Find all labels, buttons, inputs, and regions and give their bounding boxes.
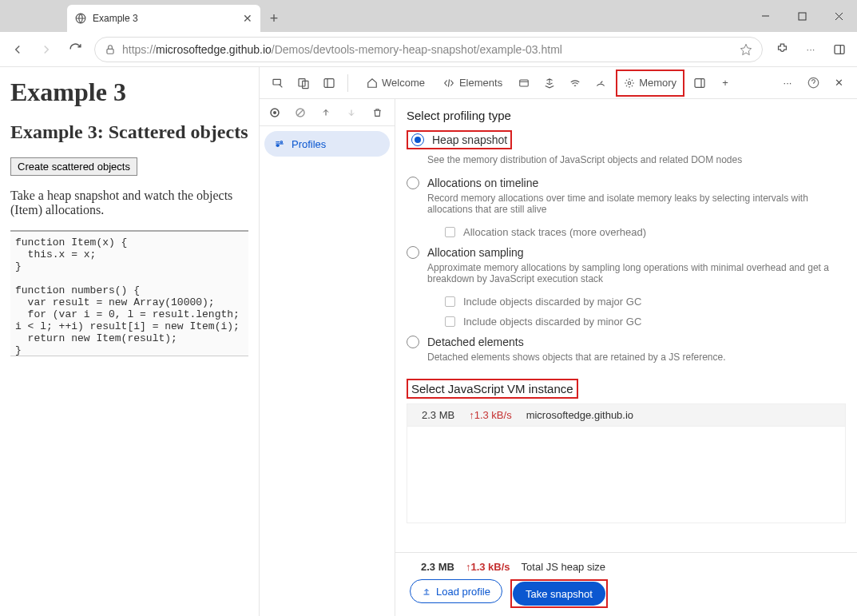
tab-title: Example 3 (93, 13, 138, 24)
window-controls (747, 0, 857, 32)
lock-icon (105, 44, 116, 55)
memory-footer: 2.3 MB ↑1.3 kB/s Total JS heap size Load… (395, 552, 857, 616)
titlebar: Example 3 ✕ + (0, 0, 857, 32)
memory-sidebar: Profiles (260, 99, 395, 616)
chk-major-gc[interactable]: Include objects discarded by major GC (445, 296, 846, 308)
browser-tab[interactable]: Example 3 ✕ (67, 5, 260, 32)
memory-main: Select profiling type Heap snapshot See … (395, 99, 857, 616)
tab-elements[interactable]: Elements (436, 72, 509, 94)
svg-rect-8 (273, 79, 280, 85)
activity-bar-icon[interactable] (689, 73, 710, 93)
refresh-button[interactable] (65, 40, 85, 59)
page-subheading: Example 3: Scattered objects (10, 121, 248, 143)
globe-icon (75, 13, 86, 24)
dock-side-icon[interactable] (319, 73, 339, 93)
devtools-panel: Welcome Elements Memory + ··· ✕ (260, 67, 857, 616)
radio-allocations-timeline[interactable]: Allocations on timeline (407, 177, 846, 189)
radio-detached-elements[interactable]: Detached elements (407, 336, 846, 348)
timeline-desc: Record memory allocations over time and … (427, 193, 846, 215)
vm-instance-row[interactable]: 2.3 MB ↑1.3 kB/s microsoftedge.github.io (407, 404, 845, 427)
svg-point-26 (280, 141, 282, 143)
sidebar-item-profiles[interactable]: Profiles (264, 131, 390, 157)
tab-memory[interactable]: Memory (616, 70, 684, 97)
take-snapshot-button[interactable]: Take snapshot (513, 582, 605, 606)
favorite-icon[interactable] (740, 43, 752, 56)
footer-label: Total JS heap size (522, 561, 606, 573)
radio-allocation-sampling[interactable]: Allocation sampling (407, 246, 846, 259)
svg-rect-16 (695, 78, 704, 87)
delete-icon[interactable] (370, 105, 384, 120)
chk-stack-traces[interactable]: Allocation stack traces (more overhead) (445, 226, 846, 238)
address-bar-row: https://microsoftedge.github.io/Demos/de… (0, 32, 857, 67)
svg-rect-13 (520, 79, 529, 85)
tab-performance[interactable] (590, 73, 611, 93)
more-tabs-button[interactable]: + (715, 73, 736, 93)
maximize-button[interactable] (784, 0, 820, 32)
page-heading: Example 3 (10, 77, 248, 107)
svg-point-20 (273, 111, 276, 114)
footer-size: 2.3 MB (421, 561, 454, 573)
close-devtools-icon[interactable]: ✕ (828, 73, 849, 93)
radio-heap-snapshot[interactable]: Heap snapshot (411, 133, 507, 146)
device-emulation-icon[interactable] (293, 73, 314, 93)
page-paragraph: Take a heap snapshot and watch the objec… (10, 189, 248, 217)
clear-icon[interactable] (293, 105, 307, 120)
tab-network[interactable] (565, 73, 585, 93)
record-icon[interactable] (268, 105, 282, 120)
tab-application[interactable] (514, 73, 534, 93)
detached-desc: Detached elements shows objects that are… (427, 352, 846, 363)
create-objects-button[interactable]: Create scattered objects (10, 157, 137, 176)
forward-button (37, 40, 56, 59)
page-content: Example 3 Example 3: Scattered objects C… (0, 67, 260, 616)
vm-rate: ↑1.3 kB/s (469, 409, 511, 421)
import-icon (344, 105, 359, 120)
url-text: https://microsoftedge.github.io/Demos/de… (122, 43, 733, 56)
close-window-button[interactable] (820, 0, 857, 32)
vm-instance-heading: Select JavaScript VM instance (411, 382, 573, 395)
help-icon[interactable] (803, 73, 823, 93)
svg-rect-2 (799, 13, 806, 20)
devtools-tabbar: Welcome Elements Memory + ··· ✕ (260, 67, 857, 99)
vm-size: 2.3 MB (422, 409, 454, 421)
profiling-type-heading: Select profiling type (407, 109, 846, 122)
extensions-button[interactable] (772, 40, 792, 59)
profiles-label: Profiles (292, 138, 326, 150)
minimize-button[interactable] (747, 0, 784, 32)
footer-rate: ↑1.3 kB/s (466, 561, 510, 573)
close-tab-icon[interactable]: ✕ (243, 12, 252, 25)
devtools-more-icon[interactable]: ··· (777, 73, 798, 93)
profiles-toolbar (260, 99, 395, 126)
tab-welcome[interactable]: Welcome (360, 72, 431, 94)
sidebar-toggle-button[interactable] (830, 40, 849, 59)
svg-rect-5 (107, 49, 113, 54)
heap-snapshot-desc: See the memory distribution of JavaScrip… (427, 154, 846, 165)
svg-rect-9 (299, 78, 305, 85)
vm-host: microsoftedge.github.io (526, 409, 633, 421)
export-icon[interactable] (319, 105, 333, 120)
svg-line-22 (297, 109, 304, 116)
svg-rect-6 (835, 45, 844, 54)
inspect-icon[interactable] (268, 73, 288, 93)
vm-instance-list: 2.3 MB ↑1.3 kB/s microsoftedge.github.io (407, 403, 846, 523)
sampling-desc: Approximate memory allocations by sampli… (427, 262, 846, 284)
new-tab-button[interactable]: + (260, 5, 288, 32)
more-button[interactable]: ··· (801, 40, 820, 59)
load-profile-button[interactable]: Load profile (410, 579, 502, 603)
code-block[interactable]: function Item(x) { this.x = x; } functio… (10, 230, 248, 356)
chk-minor-gc[interactable]: Include objects discarded by minor GC (445, 316, 846, 328)
svg-rect-11 (324, 78, 334, 87)
svg-point-15 (628, 81, 631, 85)
address-bar[interactable]: https://microsoftedge.github.io/Demos/de… (94, 37, 763, 62)
back-button[interactable] (8, 40, 27, 59)
tab-sources[interactable] (539, 73, 560, 93)
